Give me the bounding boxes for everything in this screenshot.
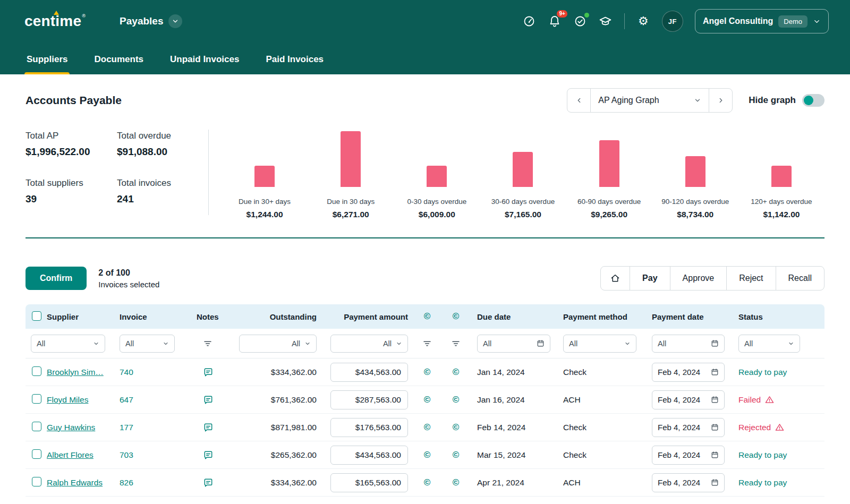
- approve-button[interactable]: Approve: [670, 267, 727, 290]
- note-icon[interactable]: [203, 477, 214, 486]
- chart-bar[interactable]: [513, 152, 533, 187]
- credit-icon[interactable]: ©: [453, 422, 460, 432]
- payment-date-filter[interactable]: All: [652, 335, 725, 353]
- learning-icon[interactable]: [599, 14, 613, 28]
- note-icon[interactable]: [203, 367, 214, 376]
- invoice-link[interactable]: 703: [120, 450, 133, 459]
- chart-bar[interactable]: [599, 140, 619, 187]
- graph-prev-button[interactable]: [567, 89, 591, 112]
- payment-date-input[interactable]: Feb 4, 2024: [652, 418, 725, 437]
- credit-icon[interactable]: ©: [424, 395, 431, 405]
- chart-bar[interactable]: [254, 166, 275, 187]
- credit-icon[interactable]: ©: [424, 477, 431, 488]
- row-checkbox[interactable]: [32, 422, 41, 431]
- credit-filter-icon[interactable]: [422, 338, 432, 347]
- payment-method-value: ACH: [556, 478, 644, 488]
- supplier-filter[interactable]: All: [31, 335, 105, 353]
- supplier-link[interactable]: Brooklyn Sim…: [47, 368, 104, 377]
- outstanding-value: $334,362.00: [238, 478, 321, 488]
- supplier-link[interactable]: Floyd Miles: [47, 395, 88, 404]
- payment-amount-input[interactable]: $165,563.00: [330, 473, 408, 492]
- confirm-button[interactable]: Confirm: [26, 267, 87, 290]
- payment-method-filter[interactable]: All: [563, 335, 636, 353]
- credit-icon[interactable]: ©: [453, 477, 460, 488]
- invoice-link[interactable]: 740: [120, 368, 133, 377]
- payment-amount-filter[interactable]: All: [330, 335, 408, 353]
- chart-bar-group: Due in 30+ days $1,244.00: [222, 130, 308, 219]
- graph-select[interactable]: AP Aging Graph: [591, 89, 709, 112]
- home-button[interactable]: [601, 267, 630, 290]
- credit-icon[interactable]: ©: [424, 422, 431, 432]
- settings-icon[interactable]: ⚙: [636, 14, 650, 28]
- credit-icon[interactable]: ©: [424, 367, 431, 377]
- payment-date-input[interactable]: Feb 4, 2024: [652, 446, 725, 465]
- chart-category-label: 90-120 days overdue: [661, 198, 729, 206]
- recall-button[interactable]: Recall: [776, 267, 824, 290]
- credit-filter-icon[interactable]: [451, 338, 461, 347]
- reject-button[interactable]: Reject: [726, 267, 775, 290]
- payment-date-input[interactable]: Feb 4, 2024: [652, 363, 725, 382]
- credit-icon[interactable]: ©: [453, 395, 460, 405]
- tab-documents[interactable]: Documents: [93, 54, 144, 74]
- supplier-link[interactable]: Ralph Edwards: [47, 478, 103, 487]
- row-checkbox[interactable]: [32, 366, 41, 376]
- company-selector[interactable]: Angel Consulting Demo: [695, 9, 829, 33]
- payment-amount-input[interactable]: $176,563.00: [330, 418, 408, 437]
- stat-label: Total suppliers: [26, 178, 117, 189]
- payment-amount-input[interactable]: $434,563.00: [330, 363, 408, 382]
- logo-accent-icon: [54, 11, 59, 15]
- status-badge: Ready to pay: [732, 450, 824, 460]
- payment-date-input[interactable]: Feb 4, 2024: [652, 473, 725, 492]
- tab-suppliers[interactable]: Suppliers: [26, 54, 69, 74]
- page-head: Accounts Payable AP Aging Graph Hide gra…: [0, 74, 850, 113]
- payment-date-input[interactable]: Feb 4, 2024: [652, 390, 725, 409]
- select-all-checkbox[interactable]: [32, 311, 41, 321]
- chart-bar[interactable]: [685, 156, 706, 187]
- status-filter[interactable]: All: [738, 335, 800, 353]
- invoice-link[interactable]: 177: [120, 423, 133, 432]
- tab-unpaid-invoices[interactable]: Unpaid Invoices: [169, 54, 240, 74]
- payment-amount-input[interactable]: $434,563.00: [330, 446, 408, 465]
- product-switcher[interactable]: Payables: [120, 14, 182, 28]
- invoice-link[interactable]: 826: [120, 478, 133, 487]
- graph-select-value: AP Aging Graph: [598, 96, 659, 105]
- note-icon[interactable]: [203, 422, 214, 431]
- outstanding-filter[interactable]: All: [239, 335, 317, 353]
- credit-icon[interactable]: ©: [424, 450, 431, 460]
- table-filter-row: All All All All All All All All: [26, 329, 824, 358]
- note-icon[interactable]: [203, 395, 214, 404]
- credit-icon[interactable]: ©: [453, 450, 460, 460]
- row-checkbox[interactable]: [32, 477, 41, 486]
- centime-logo: centime®: [24, 14, 86, 29]
- supplier-link[interactable]: Guy Hawkins: [47, 423, 95, 432]
- pay-button[interactable]: Pay: [630, 267, 669, 290]
- notes-filter-icon[interactable]: [203, 338, 212, 347]
- stats-panel: Total AP $1,996,522.00 Total overdue $91…: [26, 129, 208, 219]
- notifications-icon[interactable]: 9+: [548, 14, 562, 28]
- chart-bar[interactable]: [341, 131, 361, 187]
- hide-graph-toggle[interactable]: [802, 94, 824, 107]
- chart-bar[interactable]: [427, 166, 447, 187]
- toggle-knob: [804, 96, 813, 105]
- avatar[interactable]: JF: [662, 11, 683, 32]
- chart-category-label: 0-30 days overdue: [407, 198, 466, 206]
- table-header-row: Supplier Invoice Notes Outstanding Payme…: [26, 304, 824, 329]
- row-checkbox[interactable]: [32, 449, 41, 459]
- chart-category-label: 60-90 days overdue: [577, 198, 641, 206]
- invoice-link[interactable]: 647: [120, 395, 133, 404]
- supplier-link[interactable]: Albert Flores: [47, 450, 94, 459]
- note-icon[interactable]: [203, 450, 214, 459]
- invoice-filter[interactable]: All: [120, 335, 175, 353]
- row-checkbox[interactable]: [32, 394, 41, 404]
- chart-bar[interactable]: [771, 166, 792, 187]
- credit-icon[interactable]: ©: [453, 367, 460, 377]
- graph-next-button[interactable]: [709, 89, 732, 112]
- product-chevron[interactable]: [168, 14, 182, 28]
- approvals-icon[interactable]: [573, 14, 587, 28]
- tab-paid-invoices[interactable]: Paid Invoices: [265, 54, 325, 74]
- calendar-icon: [711, 368, 719, 376]
- payment-amount-input[interactable]: $287,563.00: [330, 390, 408, 409]
- outstanding-value: $871,981.00: [238, 423, 321, 432]
- due-date-filter[interactable]: All: [477, 335, 550, 353]
- dashboard-icon[interactable]: [522, 14, 536, 28]
